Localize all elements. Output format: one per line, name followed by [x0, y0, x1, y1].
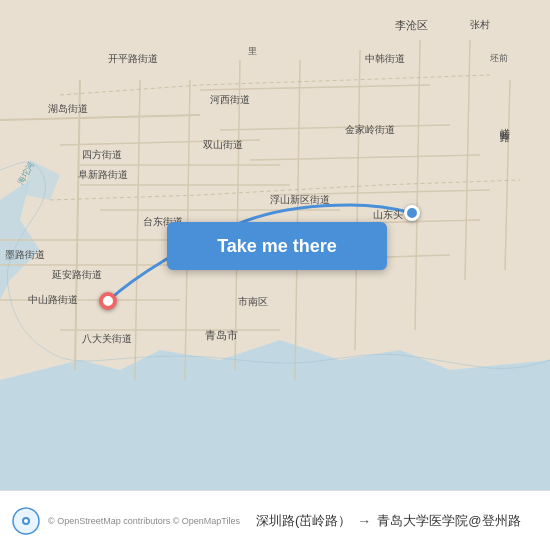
footer-arrow-icon: → — [357, 513, 371, 529]
footer-route: 深圳路(茁岭路） → 青岛大学医学院@登州路 — [256, 512, 538, 530]
take-me-there-button[interactable]: Take me there — [167, 222, 387, 270]
svg-point-28 — [24, 519, 28, 523]
footer: © OpenStreetMap contributors © OpenMapTi… — [0, 490, 550, 550]
footer-origin-label: 深圳路(茁岭路） — [256, 512, 351, 530]
moovit-logo — [12, 507, 40, 535]
origin-marker — [99, 292, 117, 310]
map-container: 海坨河 开平路街道 湖岛街道 四方街道 阜新路街道 台东街道 墨路街道 延安路街… — [0, 0, 550, 490]
footer-destination-label: 青岛大学医学院@登州路 — [377, 512, 520, 530]
footer-attribution-text: © OpenStreetMap contributors © OpenMapTi… — [48, 516, 240, 526]
destination-marker — [404, 205, 420, 221]
